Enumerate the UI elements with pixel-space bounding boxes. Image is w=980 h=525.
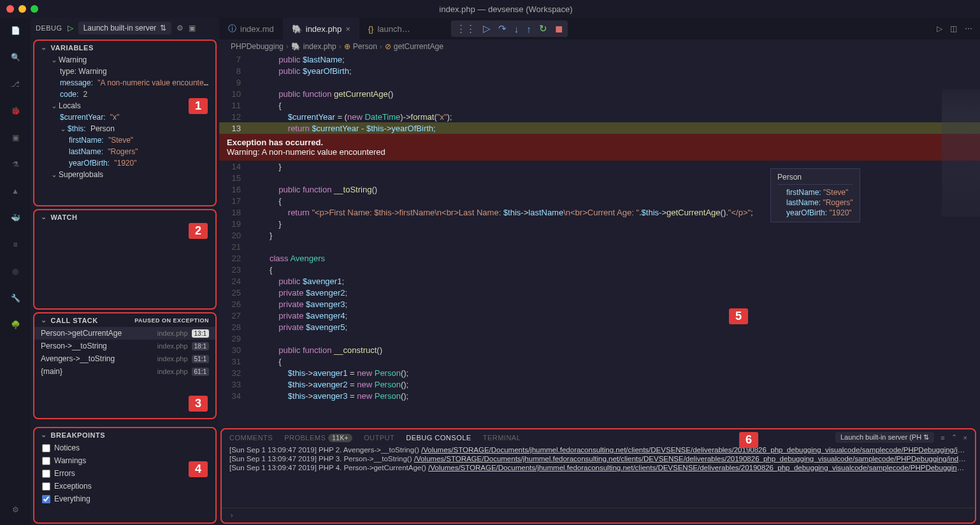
breakpoint-checkbox[interactable] <box>42 444 50 452</box>
breakpoints-header[interactable]: ⌄BREAKPOINTS <box>34 428 215 442</box>
breakpoint-checkbox[interactable] <box>42 482 50 491</box>
code-editor[interactable]: 5 7 public $lastName;8 public $yearOfBir… <box>219 54 980 427</box>
hover-tooltip: Person firstName: "Steve"lastName: "Roge… <box>770 168 860 222</box>
close-panel-icon[interactable]: × <box>963 434 967 442</box>
var-superglobals[interactable]: ⌄Superglobals <box>34 169 215 180</box>
debug-toolbar: ⋮⋮ ▷ ↷ ↓ ↑ ↻ ◼ <box>451 20 568 37</box>
activity-bar: 📄 🔍 ⎇ 🐞 ▣ ⚗ ▲ 🐳 ≡ ◎ 🔧 🌳 ⚙ <box>0 18 31 525</box>
stack-frame[interactable]: Person->getCurrentAgeindex.php13:1 <box>34 327 215 340</box>
stack-frame[interactable]: Person->__toStringindex.php18:1 <box>34 340 215 352</box>
stack-frame[interactable]: Avengers->__toStringindex.php51:1 <box>34 352 215 365</box>
continue-icon[interactable]: ▷ <box>483 23 491 34</box>
breakpoint-checkbox[interactable] <box>42 457 50 465</box>
start-debug-icon[interactable]: ▷ <box>68 24 73 32</box>
minimap[interactable] <box>942 89 980 217</box>
source-control-icon[interactable]: ⎇ <box>8 76 23 92</box>
stop-icon[interactable]: ◼ <box>555 23 563 34</box>
step-over-icon[interactable]: ↷ <box>498 23 507 34</box>
watch-header[interactable]: ⌄WATCH <box>34 210 215 224</box>
close-icon[interactable]: × <box>345 24 350 34</box>
stack-frame[interactable]: {main}index.php61:1 <box>34 365 215 378</box>
database-icon[interactable]: ≡ <box>8 237 23 252</box>
launch-config-dropdown[interactable]: Launch built-in server⇅ <box>78 22 172 34</box>
breakpoints-panel: 4 ⌄BREAKPOINTS NoticesWarningsErrorsExce… <box>33 427 217 524</box>
tab-index-md[interactable]: ⓘindex.md <box>219 18 283 40</box>
titlebar: index.php — devsense (Workspace) <box>0 0 980 18</box>
tab-launch[interactable]: {}launch… <box>359 18 419 40</box>
tab-index-php[interactable]: 🐘index.php× <box>283 18 359 40</box>
wrench-icon[interactable]: 🔧 <box>8 291 23 306</box>
drag-handle-icon[interactable]: ⋮⋮ <box>456 23 475 34</box>
close-window[interactable] <box>6 5 14 13</box>
tab-comments[interactable]: COMMENTS <box>229 434 273 442</box>
console-input[interactable]: › <box>222 508 975 522</box>
tab-debug-console[interactable]: DEBUG CONSOLE <box>406 434 471 442</box>
variables-panel: 1 ⌄VARIABLES ⌄Warning type: Warning mess… <box>33 40 217 206</box>
maximize-window[interactable] <box>31 5 38 13</box>
breadcrumb[interactable]: PHPDebugging› 🐘index.php› ⊕Person› ⊘getC… <box>219 40 980 54</box>
debug-console-icon[interactable]: ▣ <box>189 24 196 32</box>
callstack-header[interactable]: ⌄CALL STACK PAUSED ON EXCEPTION <box>34 313 215 327</box>
window-title: index.php — devsense (Workspace) <box>38 4 974 14</box>
run-icon[interactable]: ▷ <box>937 24 942 33</box>
tab-output[interactable]: OUTPUT <box>364 434 394 442</box>
debug-icon[interactable]: 🐞 <box>8 103 23 119</box>
minimize-window[interactable] <box>18 5 26 13</box>
panel-tabs: COMMENTS PROBLEMS11K+ OUTPUT DEBUG CONSO… <box>222 429 975 445</box>
more-icon[interactable]: ⋯ <box>965 24 972 33</box>
split-editor-icon[interactable]: ◫ <box>950 24 957 33</box>
tree-icon[interactable]: 🌳 <box>8 317 23 333</box>
restart-icon[interactable]: ↻ <box>539 23 547 34</box>
breakpoint-checkbox[interactable] <box>42 495 50 503</box>
search-icon[interactable]: 🔍 <box>8 50 23 65</box>
breakpoint-checkbox[interactable] <box>42 470 50 478</box>
watch-panel: 2 ⌄WATCH <box>33 209 217 310</box>
breakpoint-item[interactable]: Exceptions <box>34 480 215 493</box>
window-controls <box>6 5 38 13</box>
docker-icon[interactable]: 🐳 <box>8 210 23 226</box>
collapse-icon[interactable]: ⌃ <box>951 433 957 442</box>
debug-header: DEBUG ▷ Launch built-in server⇅ ⚙ ▣ <box>31 18 219 38</box>
target-icon[interactable]: ◎ <box>8 264 23 279</box>
tab-terminal[interactable]: TERMINAL <box>483 434 521 442</box>
breakpoint-item[interactable]: Notices <box>34 442 215 454</box>
debug-console[interactable]: [Sun Sep 1 13:09:47 2019] PHP 2. Avenger… <box>222 445 975 508</box>
settings-icon[interactable]: ⚙ <box>8 502 23 517</box>
tab-problems[interactable]: PROBLEMS11K+ <box>284 434 352 442</box>
editor-area: ⓘindex.md 🐘index.php× {}launch… ⋮⋮ ▷ ↷ ↓… <box>219 18 980 525</box>
paused-badge: PAUSED ON EXCEPTION <box>134 317 209 324</box>
debug-label: DEBUG <box>36 24 62 32</box>
exception-banner: Exception has occurred. Warning: A non-n… <box>219 134 980 161</box>
callstack-panel: 3 ⌄CALL STACK PAUSED ON EXCEPTION Person… <box>33 312 217 419</box>
breakpoint-item[interactable]: Everything <box>34 493 215 505</box>
explorer-icon[interactable]: 📄 <box>8 23 23 38</box>
bottom-panel: 6 COMMENTS PROBLEMS11K+ OUTPUT DEBUG CON… <box>220 428 976 524</box>
var-this[interactable]: ⌄$this: Person <box>34 123 215 134</box>
step-into-icon[interactable]: ↓ <box>514 24 519 34</box>
step-out-icon[interactable]: ↑ <box>526 24 531 34</box>
variables-header[interactable]: ⌄VARIABLES <box>34 41 215 54</box>
azure-icon[interactable]: ▲ <box>8 183 23 199</box>
beaker-icon[interactable]: ⚗ <box>8 157 23 172</box>
gear-icon[interactable]: ⚙ <box>177 24 184 32</box>
console-source-dropdown[interactable]: Launch built-in server (PH ⇅ <box>835 432 934 443</box>
filter-icon[interactable]: ≡ <box>940 434 944 442</box>
var-warning[interactable]: ⌄Warning <box>34 54 215 66</box>
extensions-icon[interactable]: ▣ <box>8 130 23 145</box>
sidebar: DEBUG ▷ Launch built-in server⇅ ⚙ ▣ 1 ⌄V… <box>31 18 219 525</box>
editor-tabs: ⓘindex.md 🐘index.php× {}launch… ⋮⋮ ▷ ↷ ↓… <box>219 18 980 40</box>
